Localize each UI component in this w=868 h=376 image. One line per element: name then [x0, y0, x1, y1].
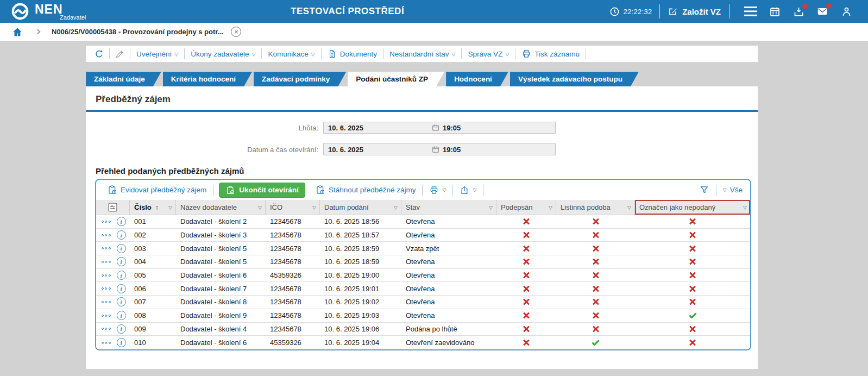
refresh-icon[interactable]	[89, 48, 110, 59]
tab-pod-n-astn-k-zp[interactable]: Podání účastníků ZP	[348, 72, 444, 86]
row-menu-icon[interactable]	[96, 287, 112, 290]
column-filter-caret-icon[interactable]	[168, 203, 172, 211]
row-menu-icon[interactable]	[96, 247, 112, 249]
row-info-icon[interactable]	[112, 244, 130, 253]
column-header-podepsan[interactable]: Podepsán	[496, 200, 556, 215]
toolbar-item-nestandardn-stav[interactable]: Nestandardní stav	[383, 48, 462, 59]
table-row[interactable]: 005Dodavatel - školení 64535932610. 6. 2…	[96, 269, 750, 283]
cross-icon	[689, 232, 696, 239]
table-row[interactable]: 007Dodavatel - školení 81234567810. 6. 2…	[96, 296, 750, 309]
row-info-icon[interactable]	[112, 217, 130, 226]
tab-z-kladn-daje[interactable]: Základní údaje	[86, 72, 161, 86]
lhuta-date-value[interactable]: 10. 6. 2025	[324, 124, 431, 132]
cell-listinna-podoba	[556, 312, 635, 319]
table-row[interactable]: 003Dodavatel - školení 51234567810. 6. 2…	[96, 242, 750, 255]
column-header-stav[interactable]: Stav	[401, 200, 496, 215]
table-row[interactable]: 009Dodavatel - školení 41234567810. 6. 2…	[96, 323, 750, 336]
pencil-icon[interactable]	[110, 48, 130, 59]
ukoncit-button[interactable]: Ukončit otevírání	[219, 183, 305, 198]
cross-icon	[523, 259, 530, 265]
toolbar-item--kony-zadavatele[interactable]: Úkony zadavatele	[185, 48, 262, 59]
download-icon[interactable]	[788, 6, 809, 17]
column-filter-caret-icon[interactable]	[394, 203, 398, 211]
oteviranie-time-value[interactable]: 19:05	[443, 146, 461, 154]
create-vz-button[interactable]: Založit VZ	[668, 7, 721, 17]
oteviranie-datetime-field[interactable]: 10. 6. 2025 19:05	[323, 143, 556, 155]
column-filter-caret-icon[interactable]	[258, 203, 262, 211]
column-filter-caret-icon[interactable]	[549, 203, 552, 211]
row-info-icon[interactable]	[112, 311, 130, 320]
export-menu[interactable]	[454, 185, 482, 195]
toolbar-item-uve-ejn-n-[interactable]: Uveřejnění	[130, 48, 185, 59]
toolbar-item-dokumenty[interactable]: Dokumenty	[322, 48, 383, 59]
toolbar-item-tisk-z-znamu[interactable]: Tisk záznamu	[515, 48, 586, 59]
table-row[interactable]: 006Dodavatel - školení 71234567810. 6. 2…	[96, 282, 750, 296]
info-icon	[117, 311, 126, 320]
tab-v-sledek-zad-vac-ho-postupu[interactable]: Výsledek zadávacího postupu	[510, 72, 639, 86]
table-row[interactable]: 004Dodavatel - školení 51234567810. 6. 2…	[96, 255, 750, 269]
stahnout-link[interactable]: Stáhnout předběžné zájmy	[310, 185, 422, 195]
column-filter-caret-icon[interactable]	[312, 203, 316, 211]
cell-cislo: 008	[130, 311, 176, 319]
mail-icon[interactable]	[812, 5, 833, 17]
lhuta-datetime-field[interactable]: 10. 6. 2025 19:05	[323, 122, 556, 134]
column-filter-caret-icon[interactable]	[489, 203, 493, 211]
column-header-ico[interactable]: IČO	[266, 200, 320, 215]
top-header-bar: NEN Zadavatel TESTOVACÍ PROSTŘEDÍ 22:22:…	[0, 0, 868, 23]
row-info-icon[interactable]	[112, 271, 130, 280]
dot	[102, 315, 104, 317]
row-menu-icon[interactable]	[96, 315, 112, 317]
toolbar-item-spr-va-vz[interactable]: Správa VZ	[462, 48, 515, 59]
user-icon[interactable]	[836, 6, 857, 17]
row-menu-icon[interactable]	[96, 261, 112, 263]
table-row[interactable]: 010Dodavatel - školení 64535932610. 6. 2…	[96, 336, 750, 349]
column-filter-caret-icon[interactable]	[743, 203, 747, 211]
nen-logo[interactable]: NEN Zadavatel	[11, 2, 86, 21]
cell-stav: Otevřena	[401, 231, 496, 239]
evidovat-link[interactable]: Evidovat předběžný zájem	[102, 185, 212, 195]
toolbar-item-label: Dokumenty	[340, 50, 377, 58]
column-header-cislo[interactable]: Číslo	[130, 200, 176, 215]
row-info-icon[interactable]	[112, 338, 130, 347]
menu-icon[interactable]	[740, 7, 761, 16]
column-header-nazev[interactable]: Název dodavatele	[176, 200, 266, 215]
column-header-nepodany[interactable]: Označen jako nepodaný	[635, 200, 750, 215]
row-info-icon[interactable]	[112, 324, 130, 334]
tab-zad-vac-podm-nky[interactable]: Zadávací podmínky	[254, 72, 346, 86]
print-menu[interactable]	[424, 185, 451, 195]
column-header-label: Podepsán	[501, 203, 549, 211]
toolbar-item-komunikace[interactable]: Komunikace	[262, 48, 321, 59]
calendar-icon[interactable]	[764, 6, 785, 17]
row-menu-icon[interactable]	[96, 234, 112, 236]
home-icon[interactable]	[12, 27, 23, 37]
row-info-icon[interactable]	[112, 297, 130, 306]
column-config-button[interactable]	[96, 200, 130, 215]
calendar-icon[interactable]	[431, 123, 440, 132]
filter-button[interactable]	[694, 185, 715, 195]
table-row[interactable]: 002Dodavatel - školení 31234567810. 6. 2…	[96, 229, 750, 242]
row-menu-icon[interactable]	[96, 301, 112, 303]
column-header-datum[interactable]: Datum podání	[320, 200, 401, 215]
breadcrumb-item[interactable]: N006/25/V00005438 - Provozování prodejny…	[52, 28, 223, 36]
cross-icon	[593, 245, 599, 252]
column-header-listinna[interactable]: Listinná podoba	[556, 200, 635, 215]
row-menu-icon[interactable]	[96, 342, 112, 344]
calendar-icon[interactable]	[431, 145, 440, 154]
table-row[interactable]: 008Dodavatel - školení 91234567810. 6. 2…	[96, 309, 750, 323]
column-filter-caret-icon[interactable]	[627, 203, 631, 211]
lhuta-time-value[interactable]: 19:05	[443, 124, 461, 132]
filter-all-dropdown[interactable]: Vše	[718, 186, 745, 194]
close-icon[interactable]	[231, 27, 241, 37]
table-row[interactable]: 001Dodavatel - školení 21234567810. 6. 2…	[96, 215, 750, 229]
oteviranie-date-value[interactable]: 10. 6. 2025	[324, 146, 431, 154]
cell-datum-podani: 10. 6. 2025 19:02	[320, 298, 401, 306]
row-menu-icon[interactable]	[96, 221, 112, 223]
row-info-icon[interactable]	[112, 230, 130, 240]
tab-krit-ria-hodnocen-[interactable]: Kritéria hodnocení	[163, 72, 252, 86]
row-info-icon[interactable]	[112, 257, 130, 266]
row-menu-icon[interactable]	[96, 328, 112, 330]
cell-podepsan	[496, 340, 556, 346]
row-menu-icon[interactable]	[96, 274, 112, 277]
row-info-icon[interactable]	[112, 284, 130, 293]
tab-hodnocen-[interactable]: Hodnocení	[446, 72, 508, 86]
